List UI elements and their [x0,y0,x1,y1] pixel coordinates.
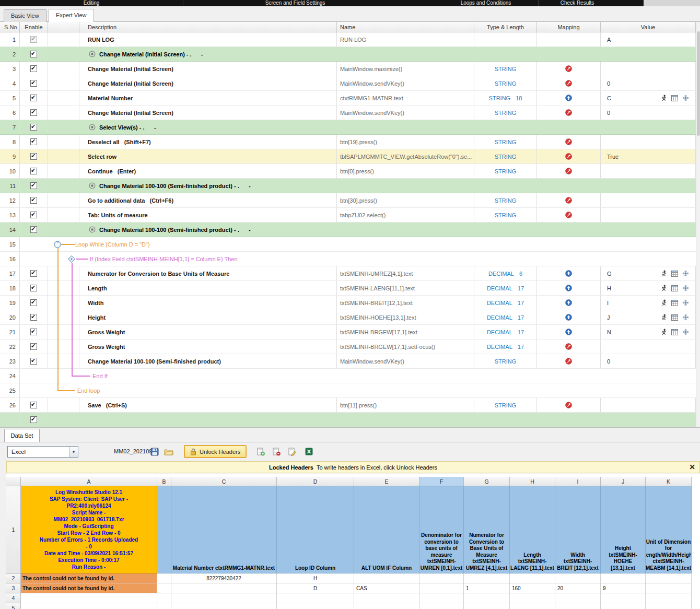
mapping-pinned-icon[interactable] [565,138,572,145]
script-row-22[interactable]: 22Gross WeighttxtSMEINH-BRGEW[17,1].setF… [0,339,696,354]
delete-record-icon[interactable] [273,448,281,456]
cell-B3[interactable] [157,583,171,593]
edit-sheet-icon[interactable] [288,448,297,456]
add-record-icon[interactable] [257,448,265,456]
header-value[interactable]: Value [601,22,696,32]
cell-G3[interactable]: 1 [464,583,510,593]
run-icon[interactable] [661,329,667,335]
script-row-24[interactable]: 24End If [0,369,696,383]
mapping-pinned-icon[interactable] [565,197,572,204]
enable-checkbox[interactable] [30,416,37,423]
sheet-corner[interactable] [6,477,21,486]
cell-A4[interactable] [21,593,157,603]
cell-F3[interactable] [419,583,464,593]
properties-icon[interactable] [682,285,689,291]
mapping-pinned-icon[interactable] [565,212,572,218]
save-icon[interactable] [150,448,159,456]
mapping-pinned-icon[interactable] [565,109,572,116]
header-enable[interactable]: Enable [20,22,48,32]
cell-I5[interactable] [555,603,601,609]
sheet-header-cell-F1[interactable]: Denominator for conversion to base units… [419,486,464,573]
cell-F4[interactable] [419,593,464,603]
excel-icon[interactable] [305,448,313,455]
script-row-5[interactable]: 5Material NumberctxtRMMG1-MATNR.textSTRI… [0,91,696,106]
script-row-17[interactable]: 17Numerator for Conversion to Base Units… [0,266,696,281]
enable-checkbox[interactable] [30,329,37,335]
cell-G4[interactable] [464,593,510,603]
data-source-select[interactable]: Excel ▾ [7,446,78,458]
table-icon[interactable] [671,285,678,291]
script-row-4[interactable]: 4Change Material (Initial Screen)MainWin… [0,76,696,91]
cell-D2[interactable]: H [277,573,354,583]
cell-K4[interactable] [646,593,692,603]
header-name[interactable]: Name [337,22,474,32]
cell-G2[interactable] [464,573,510,583]
tab-data-set[interactable]: Data Set [4,429,40,442]
script-row-11[interactable]: 11Change Material 100-100 (Semi-finished… [0,179,696,193]
table-icon[interactable] [671,329,678,335]
sheet-column-header-H[interactable]: H [510,477,555,486]
mapping-mapped-icon[interactable] [565,285,572,291]
enable-checkbox[interactable] [30,168,37,174]
header-sno[interactable]: S.No▲ [0,22,20,32]
enable-checkbox[interactable] [30,314,37,321]
script-row-2[interactable]: 2Change Material (Initial Screen) - . - [0,47,696,62]
script-row-3[interactable]: 3Change Material (Initial Screen)MainWin… [0,62,696,76]
script-row-1[interactable]: 1RUN LOGRUN LOGA [0,32,696,47]
sheet-column-header-K[interactable]: K [646,477,692,486]
cell-B2[interactable] [157,573,171,583]
script-row-10[interactable]: 10Continue (Enter)btn[0].press()STRING [0,164,696,179]
cell-I2[interactable] [555,573,601,583]
close-icon[interactable]: ✕ [689,463,695,471]
cell-H5[interactable] [510,603,555,609]
script-row-9[interactable]: 9Select rowtblSAPLMGMMTC_VIEW.getAbsolut… [0,149,696,164]
cell-E5[interactable] [354,603,419,609]
grid-scrollbar-thumb[interactable] [697,31,700,136]
script-row-23[interactable]: 23Change Material 100-100 (Semi-finished… [0,354,696,369]
mapping-mapped-icon[interactable] [565,314,572,321]
cell-D5[interactable] [277,603,354,609]
script-row-21[interactable]: 21Gross WeighttxtSMEINH-BRGEW[17,1].text… [0,325,696,339]
enable-checkbox[interactable] [30,182,37,189]
script-row-19[interactable]: 19WidthtxtSMEINH-BREIT[12,1].textDECIMAL… [0,296,696,310]
mapping-pinned-icon[interactable] [565,80,572,87]
sheet-header-cell-C1[interactable]: Material Number ctxtRMMG1-MATNR.text [171,486,277,573]
cell-A5[interactable] [21,603,157,609]
table-icon[interactable] [671,271,678,277]
table-icon[interactable] [671,95,678,101]
enable-checkbox[interactable] [30,299,37,306]
enable-checkbox[interactable] [30,358,37,365]
cell-B4[interactable] [157,593,171,603]
cell-B5[interactable] [157,603,171,609]
mapping-pinned-icon[interactable] [565,402,572,408]
open-folder-icon[interactable] [164,448,173,455]
enable-checkbox[interactable] [30,138,37,145]
properties-icon[interactable] [682,95,689,101]
properties-icon[interactable] [682,314,689,321]
sheet-column-header-A[interactable]: A [21,477,157,486]
sheet-row-header-3[interactable]: 3 [6,583,21,593]
run-icon[interactable] [661,95,667,101]
script-row-12[interactable]: 12Go to additional data (Ctrl+F6)btn[30]… [0,193,696,208]
cell-D4[interactable] [277,593,354,603]
run-icon[interactable] [661,314,667,321]
enable-checkbox[interactable] [30,226,37,233]
run-icon[interactable] [661,285,667,291]
sheet-column-header-C[interactable]: C [171,477,277,486]
tab-basic-view[interactable]: Basic View [4,9,46,22]
mapping-pinned-icon[interactable] [565,153,572,160]
enable-checkbox[interactable] [30,212,37,218]
cell-G5[interactable] [464,603,510,609]
script-row-26[interactable]: 26Save (Ctrl+S)btn[11].press()STRING [0,398,696,413]
sheet-row-header-4[interactable]: 4 [6,593,21,603]
script-row-15[interactable]: 15Loop While (Column D = "D") [0,237,696,252]
enable-checkbox[interactable] [30,285,37,291]
mapping-pinned-icon[interactable] [565,65,572,72]
mapping-pinned-icon[interactable] [565,358,572,365]
sheet-column-header-G[interactable]: G [464,477,510,486]
unlock-headers-button[interactable]: Unlock Headers [184,445,247,458]
cell-J4[interactable] [601,593,646,603]
sheet-header-cell-G1[interactable]: Numerator for Conversion to Base Units o… [464,486,510,573]
sheet-column-header-D[interactable]: D [277,477,354,486]
script-row[interactable] [0,413,696,427]
